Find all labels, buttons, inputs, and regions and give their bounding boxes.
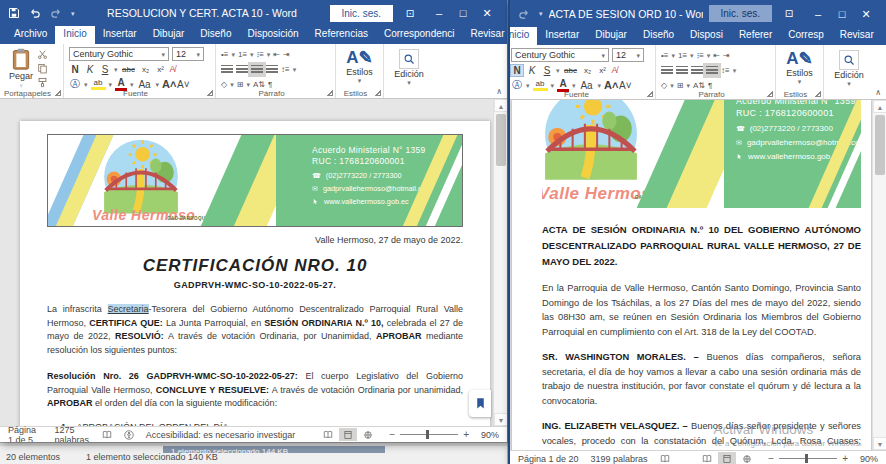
tab-correspondencia[interactable]: Correspondenci bbox=[376, 26, 463, 44]
italic-button[interactable]: K bbox=[526, 65, 538, 76]
resume-reading-bookmark[interactable] bbox=[469, 390, 491, 417]
print-layout-icon[interactable] bbox=[718, 452, 736, 464]
line-spacing-icon[interactable]: ↕≡ bbox=[721, 66, 730, 75]
ribbon-display-options-icon[interactable]: ⊡ bbox=[399, 8, 421, 19]
sign-in-button[interactable]: Inic. ses. bbox=[330, 5, 393, 22]
tab-disposicion[interactable]: Disposición bbox=[239, 26, 306, 44]
zoom-slider-knob[interactable] bbox=[805, 454, 808, 463]
bold-button[interactable]: N bbox=[511, 65, 523, 76]
clear-formatting-icon[interactable]: A̸ bbox=[612, 65, 618, 75]
maximize-button[interactable]: □ bbox=[451, 0, 475, 26]
tab-inicio[interactable]: Inicio bbox=[508, 27, 537, 45]
collapse-ribbon-icon[interactable]: ∧ bbox=[875, 88, 881, 97]
borders-icon[interactable]: ⊞ bbox=[237, 80, 244, 89]
shrink-font-button[interactable]: A˅ bbox=[619, 80, 631, 91]
zoom-out-button[interactable]: − bbox=[389, 429, 395, 440]
font-size-combo[interactable]: 12▾ bbox=[172, 47, 204, 61]
paste-button[interactable]: Pegar▾ bbox=[5, 47, 37, 90]
styles-dialog-launcher[interactable] bbox=[815, 91, 821, 97]
increase-indent-icon[interactable]: ⇥ bbox=[283, 50, 290, 59]
justify-icon[interactable] bbox=[706, 66, 718, 75]
superscript-button[interactable]: x² bbox=[155, 65, 167, 74]
decrease-indent-icon[interactable]: ⇤ bbox=[713, 51, 720, 60]
shrink-font-button[interactable]: A˅ bbox=[177, 79, 189, 90]
font-dialog-launcher[interactable] bbox=[207, 90, 213, 96]
title-bar[interactable]: ▾ RESOLUCION Y CERT. ACTA 10 - Word Inic… bbox=[0, 0, 507, 26]
subscript-button[interactable]: x₂ bbox=[582, 66, 594, 75]
scroll-down-arrow[interactable]: ▼ bbox=[873, 437, 886, 450]
read-mode-icon[interactable] bbox=[698, 452, 716, 464]
underline-button[interactable]: S bbox=[541, 65, 553, 76]
undo-icon[interactable] bbox=[29, 7, 41, 19]
collapse-ribbon-icon[interactable]: ∧ bbox=[496, 87, 502, 96]
scroll-up-arrow[interactable]: ▲ bbox=[873, 100, 886, 113]
accessibility-status[interactable]: Accesibilidad: es necesario investigar bbox=[146, 430, 296, 440]
font-name-combo[interactable]: Century Gothic▾ bbox=[69, 47, 169, 61]
editing-button[interactable]: Edición▾ bbox=[829, 48, 869, 89]
multilevel-list-icon[interactable]: ⁝≡ bbox=[257, 50, 264, 59]
cut-icon[interactable] bbox=[37, 49, 48, 60]
bullets-icon[interactable]: •≡ bbox=[661, 51, 668, 60]
subscript-button[interactable]: x₂ bbox=[140, 65, 152, 74]
format-painter-icon[interactable] bbox=[37, 77, 48, 88]
document-area[interactable]: Valle Hermoso GAD PARROQUIAL Acuerdo Min… bbox=[510, 100, 886, 450]
tab-referencias[interactable]: Referer bbox=[731, 27, 780, 45]
minimize-button[interactable]: – bbox=[427, 0, 451, 26]
redo-icon[interactable] bbox=[50, 7, 62, 19]
vertical-scrollbar[interactable]: ▲ ▼ bbox=[872, 100, 886, 450]
show-marks-icon[interactable]: ¶ bbox=[708, 81, 712, 90]
tab-insertar[interactable]: Insertar bbox=[537, 27, 587, 45]
tab-referencias[interactable]: Referencias bbox=[307, 26, 376, 44]
decrease-indent-icon[interactable]: ⇤ bbox=[273, 50, 280, 59]
accessibility-icon[interactable] bbox=[124, 430, 134, 440]
tab-diseno[interactable]: Diseño bbox=[635, 27, 682, 45]
word-count[interactable]: 3199 palabras bbox=[591, 454, 648, 464]
strikethrough-button[interactable]: abc bbox=[563, 66, 579, 75]
numbering-icon[interactable]: 1≡ bbox=[238, 50, 247, 59]
tab-dibujar[interactable]: Dibujar bbox=[587, 27, 635, 45]
numbering-icon[interactable]: 1≡ bbox=[678, 51, 687, 60]
ribbon-display-options-icon[interactable]: ⊡ bbox=[778, 8, 800, 19]
increase-indent-icon[interactable]: ⇥ bbox=[723, 51, 730, 60]
strikethrough-button[interactable]: abc bbox=[121, 65, 137, 74]
borders-icon[interactable]: ⊞ bbox=[677, 81, 684, 90]
redo-icon[interactable] bbox=[518, 8, 530, 20]
change-case-button[interactable]: Aa bbox=[137, 79, 153, 90]
sign-in-button[interactable]: Inic. ses. bbox=[709, 5, 772, 22]
bullets-icon[interactable]: •≡ bbox=[221, 50, 228, 59]
maximize-button[interactable]: □ bbox=[830, 1, 854, 27]
show-marks-icon[interactable]: ¶ bbox=[268, 80, 272, 89]
clipboard-dialog-launcher[interactable] bbox=[55, 90, 61, 96]
tab-diseno[interactable]: Diseño bbox=[192, 26, 239, 44]
tab-revisar[interactable]: Revisar bbox=[832, 27, 882, 45]
paragraph-dialog-launcher[interactable] bbox=[767, 91, 773, 97]
shading-icon[interactable]: ◇ bbox=[661, 81, 667, 90]
align-center-icon[interactable] bbox=[676, 66, 688, 75]
tab-revisar[interactable]: Revisar bbox=[463, 26, 507, 44]
clear-formatting-icon[interactable]: A̸ bbox=[170, 64, 176, 74]
zoom-slider[interactable] bbox=[779, 458, 837, 459]
italic-button[interactable]: K bbox=[84, 64, 96, 75]
zoom-level[interactable]: 90% bbox=[481, 430, 499, 440]
qat-customize-icon[interactable]: ▾ bbox=[71, 10, 75, 17]
paragraph-dialog-launcher[interactable] bbox=[327, 90, 333, 96]
close-button[interactable]: ✕ bbox=[854, 1, 878, 27]
tab-inicio[interactable]: Inicio bbox=[55, 26, 94, 44]
justify-icon[interactable] bbox=[266, 65, 278, 74]
letterhead-banner[interactable]: Valle Hermoso GAD PARROQUIAL Acuerdo Min… bbox=[47, 134, 463, 227]
underline-button[interactable]: S bbox=[99, 64, 111, 75]
align-center-icon[interactable] bbox=[236, 65, 248, 74]
font-name-combo[interactable]: Century Gothic▾ bbox=[511, 48, 609, 62]
web-layout-icon[interactable] bbox=[738, 452, 756, 464]
proofing-icon[interactable] bbox=[102, 430, 112, 440]
page-indicator[interactable]: Página 1 de 20 bbox=[518, 454, 579, 464]
zoom-level[interactable]: 90% bbox=[860, 454, 878, 464]
proofing-icon[interactable] bbox=[660, 454, 670, 464]
tab-insertar[interactable]: Insertar bbox=[95, 26, 145, 44]
word-count[interactable]: 1275 palabras bbox=[54, 425, 89, 443]
qat-customize-icon[interactable]: ▾ bbox=[539, 10, 543, 17]
styles-button[interactable]: A✎ Estilos▾ bbox=[341, 47, 378, 86]
editing-button[interactable]: Edición▾ bbox=[389, 47, 429, 88]
styles-button[interactable]: A✎ Estilos▾ bbox=[781, 48, 818, 87]
document-area[interactable]: Valle Hermoso GAD PARROQUIAL Acuerdo Min… bbox=[0, 99, 507, 426]
